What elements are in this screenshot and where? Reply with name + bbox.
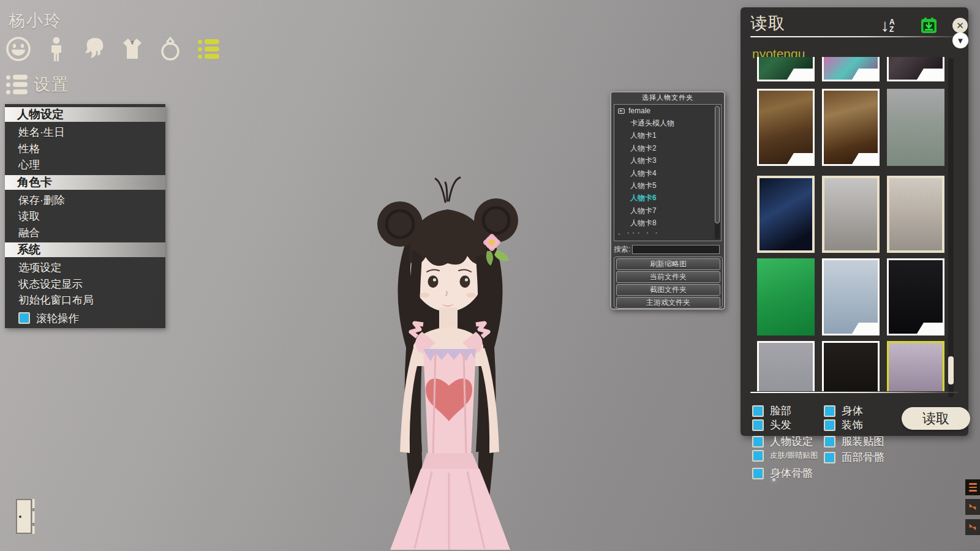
folder-item-root[interactable]: female: [614, 105, 721, 117]
sort-by-date-button[interactable]: [921, 17, 937, 36]
exit-button[interactable]: [13, 498, 38, 535]
search-label: 搜索:: [614, 244, 630, 255]
body-checkbox[interactable]: [824, 405, 835, 417]
accessory-icon: [157, 36, 184, 62]
card-thumbnail-grid: [753, 57, 951, 391]
folder-item[interactable]: 人物卡8: [614, 217, 721, 230]
flag-button-1[interactable]: [965, 499, 980, 515]
character-name: 杨小玲: [9, 10, 62, 32]
hair-checkbox[interactable]: [752, 419, 764, 431]
settings-menu-panel: 人物设定 姓名·生日 性格 心理 角色卡 保存·删除 读取 融合 系统 选项设定…: [5, 104, 165, 328]
card-thumb-dark-hair[interactable]: [822, 341, 880, 391]
menu-item-merge[interactable]: 融合: [5, 225, 165, 241]
folder-item[interactable]: 人物卡4: [614, 167, 721, 179]
folder-list: female 卡通头模人物 人物卡1 人物卡2 人物卡3 人物卡4 人物卡5 人…: [614, 104, 722, 241]
character-settings-label: 人物设定: [770, 434, 813, 449]
menu-item-reset-window-layout[interactable]: 初始化窗口布局: [5, 292, 165, 309]
card-thumb-green-dress[interactable]: [757, 57, 815, 81]
face-label: 脸部: [770, 403, 791, 418]
card-thumb-blonde-elf[interactable]: [757, 258, 815, 335]
menu-item-name-birthday[interactable]: 姓名·生日: [5, 124, 165, 141]
settings-header-icon: [6, 75, 28, 94]
option-row: 面部骨骼: [824, 450, 884, 465]
collapse-panel-button[interactable]: ▼: [952, 32, 968, 48]
card-thumb-navy-swimsuit[interactable]: [757, 341, 815, 391]
menu-item-load[interactable]: 读取: [5, 208, 165, 225]
close-panel-button[interactable]: ✕: [952, 18, 968, 33]
menu-item-status-display[interactable]: 状态设定显示: [5, 276, 165, 293]
folder-item[interactable]: 人物卡7: [614, 204, 721, 217]
face-tab-button[interactable]: [5, 36, 32, 62]
card-thumb-white-nurse[interactable]: [822, 258, 880, 335]
body-icon: [43, 36, 70, 62]
load-panel-title: 读取: [750, 12, 786, 34]
section-header-character: 人物设定: [5, 107, 165, 122]
folder-item[interactable]: 人物卡1: [614, 130, 721, 142]
folder-item-selected[interactable]: 人物卡6: [614, 192, 721, 204]
face-checkbox[interactable]: [752, 405, 764, 417]
clothes-tab-button[interactable]: [119, 36, 146, 62]
card-thumb-brown-angel[interactable]: [887, 176, 944, 253]
folder-item[interactable]: 人物卡5: [614, 179, 721, 192]
sort-arrow-icon: ↓: [881, 17, 889, 34]
face-icon: [5, 36, 32, 62]
folder-root-label: female: [628, 107, 650, 115]
folder-list-scrollbar[interactable]: [715, 106, 720, 239]
folder-item[interactable]: 卡通头模人物: [614, 117, 721, 129]
clothes-texture-checkbox[interactable]: [824, 436, 835, 448]
main-game-folder-button[interactable]: 主游戏文件夹: [616, 297, 720, 309]
skin-eye-texture-checkbox[interactable]: [752, 450, 764, 462]
option-row: 人物设定: [752, 434, 813, 449]
option-row: 身体骨骼: [752, 466, 813, 481]
body-tab-button[interactable]: [43, 36, 70, 62]
folder-item[interactable]: 人物卡3: [614, 155, 721, 167]
close-icon: ✕: [956, 20, 964, 31]
character-settings-checkbox[interactable]: [752, 436, 764, 448]
section-header-system: 系统: [5, 242, 165, 257]
menu-item-psyche[interactable]: 心理: [5, 157, 165, 173]
folder-dialog-title: 选择人物文件夹: [611, 92, 724, 103]
hair-tab-button[interactable]: [81, 36, 108, 62]
folder-item-clipped[interactable]: - ･･･ ･ ･: [614, 230, 721, 234]
skin-eye-texture-label: 皮肤/眼睛贴图: [770, 451, 818, 461]
body-bones-checkbox[interactable]: [752, 468, 764, 479]
wheel-operation-label: 滚轮操作: [36, 311, 79, 326]
card-thumb-purple-hair-selected[interactable]: [887, 341, 944, 391]
settings-list-icon: [198, 39, 219, 59]
section-header-card: 角色卡: [5, 175, 165, 190]
face-bones-checkbox[interactable]: [824, 452, 835, 463]
grid-scroll-thumb[interactable]: [948, 356, 954, 384]
card-thumb-mecha-angel[interactable]: [757, 176, 815, 253]
accessory-checkbox[interactable]: [824, 419, 835, 431]
hair-label: 头发: [770, 418, 791, 432]
face-bones-label: 面部骨骼: [842, 450, 884, 465]
wheel-operation-checkbox[interactable]: [18, 312, 30, 324]
card-thumb-white-angel[interactable]: [822, 176, 880, 253]
menu-item-save-delete[interactable]: 保存·删除: [5, 192, 165, 209]
menu-item-personality[interactable]: 性格: [5, 141, 165, 157]
grid-scrollbar[interactable]: [948, 58, 954, 397]
card-thumb-magenta-outfit[interactable]: [822, 57, 880, 81]
card-thumb-black-hair-girl[interactable]: [887, 258, 944, 335]
folder-list-scroll-thumb[interactable]: [715, 106, 720, 223]
accessory-tab-button[interactable]: [157, 36, 184, 62]
card-thumb-black-lace[interactable]: [887, 57, 944, 81]
option-row: 装饰: [824, 418, 863, 432]
screenshot-folder-button[interactable]: 截图文件夹: [616, 284, 720, 296]
body-label: 身体: [842, 403, 863, 418]
tree-expander-icon: -: [618, 230, 620, 234]
flag-button-2[interactable]: [965, 519, 980, 535]
folder-item[interactable]: 人物卡2: [614, 142, 721, 154]
folder-search-input[interactable]: [632, 245, 720, 254]
card-thumb-white-hair-armor[interactable]: [757, 89, 815, 166]
load-confirm-button[interactable]: 读取: [902, 407, 970, 430]
door-icon: [13, 498, 38, 535]
settings-tab-button-active[interactable]: [195, 36, 222, 62]
menu-item-option-settings[interactable]: 选项设定: [5, 260, 165, 276]
card-thumb-green-bunny[interactable]: [887, 89, 944, 166]
refresh-thumbnails-button[interactable]: 刷新缩略图: [616, 258, 720, 270]
card-thumb-pink-hair-gold[interactable]: [822, 89, 880, 166]
current-folder-button[interactable]: 当前文件夹: [616, 271, 720, 283]
side-menu-button[interactable]: [965, 479, 980, 495]
sort-az-button[interactable]: ↓ A Z: [881, 17, 895, 34]
